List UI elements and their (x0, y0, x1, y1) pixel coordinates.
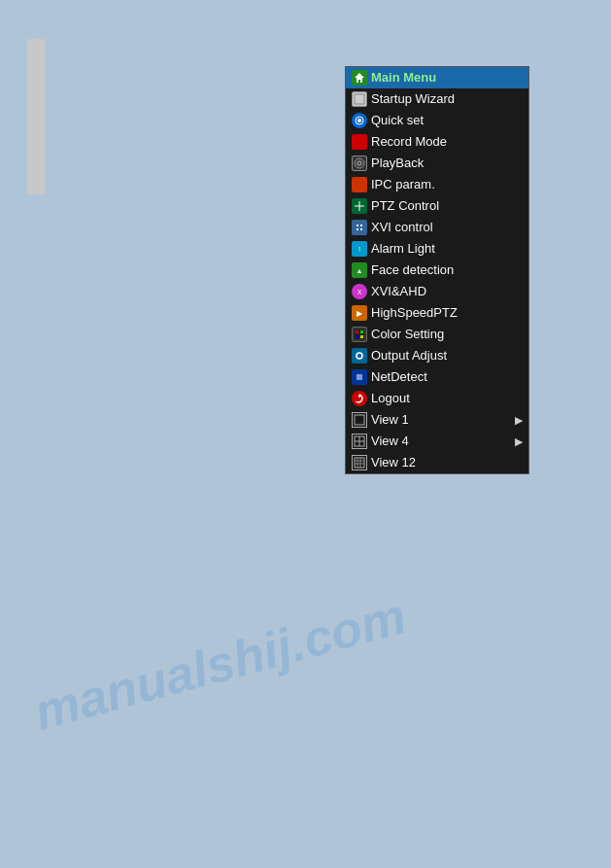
menu-item-quick-set[interactable]: Quick set (346, 110, 528, 131)
svg-marker-0 (355, 73, 364, 83)
menu-item-logout[interactable]: Logout (346, 388, 528, 409)
svg-point-6 (355, 158, 364, 168)
view1-icon (352, 412, 367, 428)
svg-rect-27 (360, 330, 363, 333)
menu-item-label: View 4 (371, 433, 409, 450)
svg-text:X: X (357, 289, 362, 295)
ipc-icon (352, 177, 367, 192)
alarm-icon: ! (352, 241, 367, 257)
menu-item-face-detection[interactable]: ▲Face detection (346, 260, 528, 281)
menu-item-label: NetDetect (371, 368, 427, 386)
menu-item-label: Main Menu (371, 69, 436, 87)
menu-item-label: View 1 (371, 411, 409, 429)
svg-rect-38 (355, 415, 364, 425)
svg-rect-28 (356, 335, 358, 338)
playback-icon (352, 156, 367, 171)
menu-item-record-mode[interactable]: Record Mode (346, 131, 528, 153)
svg-point-5 (361, 140, 365, 144)
menu-item-label: Logout (371, 390, 410, 407)
sidebar-strip (27, 39, 45, 194)
submenu-arrow-icon: ▶ (515, 433, 523, 450)
xviahd-icon: X (352, 284, 367, 299)
svg-rect-29 (360, 335, 363, 338)
menu-item-net-detect[interactable]: NetDetect (346, 366, 528, 388)
output-icon (352, 348, 367, 364)
menu-item-color-setting[interactable]: Color Setting (346, 324, 528, 345)
menu-item-view12[interactable]: View 12 (346, 452, 528, 473)
record-icon (352, 134, 367, 150)
menu-item-playback[interactable]: PlayBack (346, 153, 528, 174)
svg-rect-42 (355, 458, 364, 468)
svg-rect-1 (355, 94, 364, 104)
svg-rect-26 (356, 330, 358, 333)
menu-item-output-adjust[interactable]: Output Adjust (346, 345, 528, 366)
svg-rect-14 (360, 225, 362, 226)
xvi-icon (352, 220, 367, 235)
wizard-icon (352, 91, 367, 107)
menu-item-highspeed-ptz[interactable]: ▶HighSpeedPTZ (346, 302, 528, 324)
menu-item-label: PTZ Control (371, 197, 439, 215)
menu-item-main-menu[interactable]: Main Menu (346, 67, 528, 88)
menu-item-label: Quick set (371, 112, 424, 129)
logout-icon (352, 391, 367, 406)
svg-rect-15 (356, 228, 358, 230)
view4-icon (352, 434, 367, 449)
menu-item-ptz-control[interactable]: PTZ Control (346, 195, 528, 217)
menu-item-label: XVI&AHD (371, 283, 426, 300)
svg-text:▲: ▲ (356, 267, 363, 274)
menu-item-ipc-param[interactable]: IPC param. (346, 174, 528, 195)
menu-item-label: Color Setting (371, 326, 444, 343)
menu-item-label: Output Adjust (371, 347, 447, 365)
main-menu-panel: Main MenuStartup WizardQuick setRecord M… (345, 66, 529, 474)
svg-rect-16 (360, 228, 362, 230)
menu-item-startup-wizard[interactable]: Startup Wizard (346, 88, 528, 110)
svg-text:▶: ▶ (356, 309, 363, 318)
watermark: manualshij.com (28, 586, 412, 742)
svg-text:!: ! (358, 245, 360, 254)
menu-item-alarm-light[interactable]: !Alarm Light (346, 238, 528, 260)
menu-item-label: Alarm Light (371, 240, 435, 258)
svg-point-3 (357, 119, 361, 122)
menu-item-label: Record Mode (371, 133, 447, 151)
menu-item-xvi-control[interactable]: XVI control (346, 217, 528, 238)
color-icon (352, 327, 367, 342)
netdetect-icon (352, 369, 367, 385)
menu-item-label: View 12 (371, 454, 416, 471)
menu-item-view1[interactable]: View 1▶ (346, 409, 528, 431)
svg-rect-4 (355, 139, 362, 145)
menu-item-label: XVI control (371, 219, 433, 236)
menu-item-label: HighSpeedPTZ (371, 304, 458, 322)
submenu-arrow-icon: ▶ (515, 411, 523, 429)
svg-rect-13 (356, 225, 358, 226)
svg-rect-12 (355, 223, 364, 232)
menu-item-label: PlayBack (371, 155, 424, 172)
menu-item-label: IPC param. (371, 176, 435, 193)
face-icon: ▲ (352, 262, 367, 278)
view12-icon (352, 455, 367, 470)
quickset-icon (352, 113, 367, 128)
menu-item-xvi-ahd[interactable]: XXVI&AHD (346, 281, 528, 302)
menu-item-view4[interactable]: View 4▶ (346, 431, 528, 452)
home-icon (352, 70, 367, 86)
ptz-icon (352, 198, 367, 214)
menu-item-label: Face detection (371, 261, 454, 279)
highspeed-icon: ▶ (352, 305, 367, 321)
menu-item-label: Startup Wizard (371, 90, 455, 108)
svg-marker-8 (356, 181, 363, 189)
